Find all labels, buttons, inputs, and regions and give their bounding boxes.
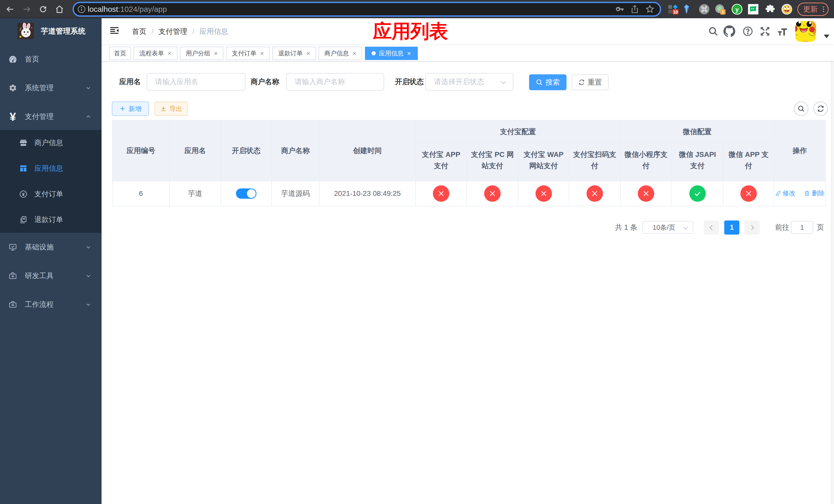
svg-text:1: 1: [722, 9, 724, 14]
svg-text:y: y: [736, 6, 739, 13]
svg-text:10: 10: [673, 9, 678, 14]
